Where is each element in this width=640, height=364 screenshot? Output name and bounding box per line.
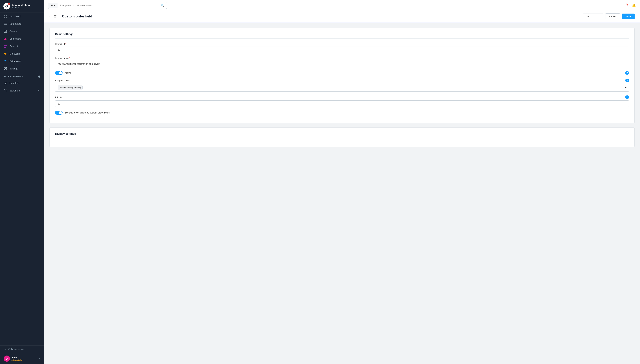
- sidebar-item-label-content: Content: [10, 45, 18, 48]
- sidebar-item-label-customers: Customers: [10, 38, 21, 40]
- sidebar-item-marketing[interactable]: Marketing: [0, 50, 44, 58]
- orders-icon: [4, 30, 7, 33]
- svg-point-13: [5, 68, 6, 69]
- topbar: All ▾ 🔍 ❓ 🔔: [44, 0, 640, 11]
- assigned-rules-help-icon[interactable]: ?: [625, 78, 629, 82]
- priority-group: Priority ?: [55, 95, 629, 107]
- sales-channels-header: Sales Channels ⊕: [0, 72, 44, 80]
- user-role: Administrator: [12, 359, 39, 361]
- rules-tag: Always valid (Default): [58, 86, 83, 90]
- app-logo: G: [4, 3, 10, 10]
- collapse-menu-button[interactable]: ⊙ Collapse menu: [0, 346, 44, 353]
- sidebar-item-label-extensions: Extensions: [10, 60, 21, 62]
- svg-point-1: [6, 15, 7, 16]
- sidebar-item-orders[interactable]: Orders: [0, 28, 44, 35]
- exclude-label: Exclude lower priorities custom order fi…: [65, 111, 629, 114]
- notification-dot: [8, 3, 10, 5]
- svg-rect-6: [4, 24, 7, 25]
- basic-settings-card: Basic settings Internal id * Internal na…: [50, 28, 634, 123]
- internal-name-label: Internal name *: [55, 57, 629, 59]
- display-settings-title: Display settings: [55, 132, 629, 138]
- search-container: All ▾ 🔍: [48, 2, 167, 9]
- internal-name-input[interactable]: [55, 61, 629, 67]
- svg-point-0: [4, 15, 5, 16]
- user-name: demo: [12, 356, 39, 359]
- app-title: Administration 6.4.17.2: [12, 4, 30, 9]
- add-sales-channel-icon[interactable]: ⊕: [38, 75, 41, 78]
- display-settings-card: Display settings: [50, 127, 634, 147]
- user-info: demo Administrator: [12, 356, 39, 361]
- user-menu-chevron[interactable]: ∧: [39, 357, 40, 360]
- priority-input[interactable]: [55, 100, 629, 107]
- search-type-label: All: [51, 4, 53, 6]
- header-actions: Dutch ▾ Cancel Save: [583, 14, 634, 19]
- required-marker: *: [66, 43, 66, 45]
- svg-rect-14: [4, 82, 7, 84]
- app-version: 6.4.17.2: [12, 6, 30, 9]
- help-icon[interactable]: ❓: [625, 4, 629, 8]
- visibility-icon: 👁: [38, 89, 40, 92]
- exclude-toggle[interactable]: [55, 110, 63, 115]
- sidebar-item-label-headless: Headless: [10, 82, 19, 84]
- dashboard-icon: [4, 15, 7, 18]
- internal-id-input[interactable]: [55, 46, 629, 53]
- search-type-button[interactable]: All ▾: [48, 3, 58, 8]
- back-button[interactable]: ‹: [50, 14, 51, 18]
- exclude-toggle-row: Exclude lower priorities custom order fi…: [55, 110, 629, 115]
- svg-rect-9: [4, 45, 7, 46]
- language-chevron: ▾: [599, 15, 601, 18]
- customers-icon: [4, 37, 7, 40]
- svg-rect-15: [4, 90, 7, 92]
- page-header: ‹ ☰ Custom order field Dutch ▾ Cancel Sa…: [44, 11, 640, 22]
- search-type-chevron: ▾: [54, 4, 55, 6]
- user-section: D demo Administrator ∧: [0, 353, 44, 364]
- app-name: Administration: [12, 4, 30, 6]
- active-toggle-row: Active ?: [55, 71, 629, 75]
- priority-label: Priority: [55, 96, 62, 98]
- language-selector[interactable]: Dutch ▾: [583, 14, 603, 19]
- search-icon[interactable]: 🔍: [159, 2, 167, 9]
- sidebar-item-extensions[interactable]: Extensions: [0, 58, 44, 65]
- main-content: All ▾ 🔍 ❓ 🔔 ‹ ☰ Custom order field Dutch…: [44, 0, 640, 364]
- user-avatar: D: [4, 356, 10, 362]
- svg-rect-12: [4, 47, 6, 48]
- catalogues-icon: [4, 22, 7, 26]
- cancel-button[interactable]: Cancel: [605, 14, 620, 19]
- priority-help-icon[interactable]: ?: [625, 95, 629, 99]
- list-view-button[interactable]: ☰: [54, 14, 57, 18]
- notifications-icon[interactable]: 🔔: [632, 4, 636, 8]
- page-title: Custom order field: [62, 14, 580, 18]
- save-button[interactable]: Save: [622, 14, 634, 19]
- content-area: Basic settings Internal id * Internal na…: [44, 22, 640, 364]
- assigned-rules-group: Assigned rules ? Always valid (Default) …: [55, 78, 629, 92]
- sidebar-item-label-orders: Orders: [10, 30, 17, 33]
- assigned-rules-select[interactable]: Always valid (Default) ▾: [55, 84, 629, 92]
- sidebar-item-content[interactable]: Content: [0, 42, 44, 50]
- active-toggle[interactable]: [55, 71, 63, 75]
- collapse-menu-label: Collapse menu: [8, 348, 24, 350]
- basic-settings-title: Basic settings: [55, 33, 629, 38]
- search-input[interactable]: [58, 2, 159, 8]
- sidebar-item-label-catalogues: Catalogues: [10, 22, 22, 25]
- sidebar-item-headless[interactable]: Headless: [0, 80, 44, 87]
- sidebar-item-catalogues[interactable]: Catalogues: [0, 20, 44, 28]
- sales-channels-label: Sales Channels: [4, 75, 24, 78]
- active-help-icon[interactable]: ?: [625, 71, 629, 75]
- sidebar-item-dashboard[interactable]: Dashboard: [0, 13, 44, 20]
- svg-rect-5: [4, 24, 7, 24]
- svg-rect-4: [4, 23, 7, 23]
- headless-icon: [4, 82, 7, 85]
- internal-id-group: Internal id *: [55, 43, 629, 53]
- sidebar: G Administration 6.4.17.2 Dashboard Cata…: [0, 0, 44, 364]
- sidebar-header: G Administration 6.4.17.2: [0, 0, 44, 13]
- assigned-rules-header: Assigned rules ?: [55, 78, 629, 82]
- sidebar-footer: ⊙ Collapse menu D demo Administrator ∧: [0, 345, 44, 364]
- sidebar-item-settings[interactable]: Settings: [0, 65, 44, 72]
- svg-rect-11: [4, 46, 7, 47]
- svg-point-8: [5, 38, 6, 39]
- sidebar-item-customers[interactable]: Customers: [0, 35, 44, 42]
- topbar-actions: ❓ 🔔: [625, 4, 636, 8]
- sidebar-item-storefront[interactable]: Storefront 👁: [0, 87, 44, 94]
- language-label: Dutch: [585, 15, 591, 18]
- storefront-icon: [4, 89, 7, 92]
